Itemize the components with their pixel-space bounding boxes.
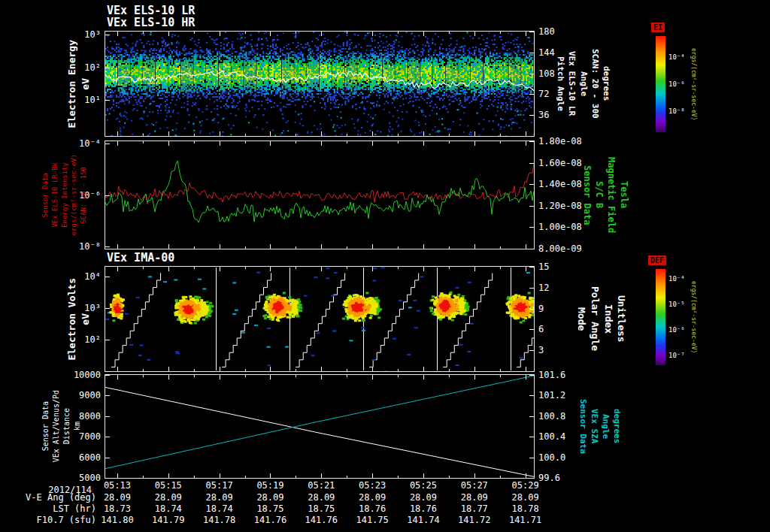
y2-axis-label-line: Magnetic Field: [606, 157, 617, 233]
colorbar-units-text: ergs/(cm²-sr-sec-eV): [690, 48, 697, 120]
colorbar-tick-label: 10⁻⁶: [668, 326, 685, 334]
y2-axis-label: Pitch AngleVEx ELS-10 LRAngleSCAN: 20 - …: [556, 32, 611, 136]
y2-axis-label-line: Mode: [576, 307, 588, 331]
altitude-sza-plot-canvas: [105, 375, 534, 478]
y2-tick-label: 1.60e-08: [538, 158, 582, 168]
footer-row-value: 28.09: [256, 492, 283, 503]
footer-row-value: 18.76: [359, 503, 386, 514]
footer-row-label: LST (hr): [8, 503, 96, 514]
time-tick-label: 05:21: [308, 480, 335, 491]
y2-tick-label: 180: [538, 26, 555, 37]
ima-spectrogram-canvas: [105, 267, 534, 371]
y2-tick-label: 9: [538, 304, 544, 314]
colorbar2-title: DEF: [648, 255, 666, 265]
y2-tick-label: 1.00e-08: [538, 222, 582, 232]
footer-row-label: F10.7 (sfu): [8, 515, 96, 525]
els-spectrogram-canvas: [105, 32, 534, 136]
y2-tick-label: 3: [538, 345, 544, 355]
y2-tick-label: 108: [538, 68, 555, 79]
y-axis-label-line: Energy Intensity: [61, 162, 69, 228]
footer-row-value: 28.09: [155, 492, 182, 503]
time-tick-label: 05:13: [104, 480, 131, 491]
time-tick-label: 05:19: [256, 480, 283, 491]
footer-row-value: 18.75: [256, 503, 283, 514]
y2-axis-label-line: Tesla: [618, 181, 629, 208]
time-tick-label: 05:17: [206, 480, 233, 491]
colorbar-tick-label: 10⁻⁸: [668, 107, 685, 115]
footer-row-value: 18.73: [104, 503, 131, 514]
y2-axis-label: Sensor DataS/C BMagnetic FieldTesla: [584, 141, 627, 249]
colorbar-units-label: ergs/(cm²-sr-sec-eV): [690, 36, 697, 132]
y2-tick-label: 100.0: [538, 452, 565, 463]
footer-row-value: 18.74: [206, 503, 233, 514]
panel-altitude-sza: [105, 374, 535, 479]
y2-tick-label: 101.2: [538, 390, 565, 401]
y-axis-label-line: Sensor Data: [41, 173, 50, 218]
y-axis-label-line: Electron Volts: [66, 278, 78, 361]
footer-row-value: 18.76: [410, 503, 437, 514]
y2-axis-label-line: Polar Angle: [589, 286, 601, 351]
y2-tick-label: 144: [538, 47, 555, 58]
footer-row-label: V-E Ang (deg): [8, 492, 96, 503]
y2-tick-label: 100.4: [538, 431, 565, 442]
y-axis-label-line: Electron Energy: [66, 40, 78, 128]
colorbar-tick-label: 10⁻⁴: [668, 53, 685, 61]
y-axis-label-line: Sensor Data: [41, 401, 50, 451]
y2-axis-label-line: VEx SZA: [590, 409, 599, 443]
time-tick-label: 05:29: [512, 480, 539, 491]
y2-axis-label: ModePolar AngleIndexUnitless: [578, 267, 626, 371]
footer-row-value: 141.80: [101, 515, 133, 525]
y2-tick-label: 36: [538, 110, 549, 120]
footer-row-value: 18.78: [512, 503, 539, 514]
colorbar-tick-label: 10⁻⁴: [668, 275, 685, 283]
y2-tick-label: 99.6: [538, 473, 560, 483]
y2-tick-label: 8.00e-09: [538, 243, 582, 254]
colorbar-tick-label: 10⁻⁷: [668, 352, 685, 359]
footer-row-value: 28.09: [359, 492, 386, 503]
magnetic-field-plot-canvas: [105, 141, 534, 249]
footer-row-value: 28.09: [512, 492, 539, 503]
footer-row-value: 141.79: [152, 515, 184, 525]
footer-row-value: 141.78: [203, 515, 235, 525]
colorbar-units-label: ergs/(cm²-sr-sec-eV): [690, 269, 697, 365]
footer-row-value: 141.76: [305, 515, 338, 525]
colorbar1: [656, 36, 665, 132]
time-tick-label: 05:27: [461, 480, 488, 491]
colorbar-tick-label: 10⁻⁵: [668, 301, 685, 308]
y-axis-label-line: eV: [80, 313, 92, 325]
footer-row-value: 28.09: [104, 492, 131, 503]
y2-axis-label-line: S/C B: [594, 181, 605, 208]
y2-axis-label-line: VEx ELS-10 LR: [567, 51, 577, 116]
panel-magnetic-field: [105, 141, 535, 249]
time-tick-label: 05:15: [155, 480, 182, 491]
panel-els-spectrogram: [105, 31, 535, 137]
y-axis-label-line: VEx Alt/Venus/Pd: [52, 390, 61, 462]
footer-row-value: 141.72: [458, 515, 490, 525]
y2-tick-label: 6: [538, 324, 544, 334]
y2-axis-label-line: degrees: [612, 409, 622, 443]
time-tick-label: 05:25: [410, 480, 437, 491]
time-tick-label: 05:23: [359, 480, 386, 491]
y2-axis-label-line: Sensor Data: [581, 165, 592, 225]
y2-axis-label-line: Sensor Data: [578, 399, 588, 454]
y-axis-label-line: ergs/(cm²-sr-sec-eV): [70, 154, 78, 235]
y2-axis-label-line: Index: [602, 304, 614, 334]
y2-axis-label: Sensor DataVEx SZAAngledegrees: [579, 375, 621, 478]
panel3-title: VEx IMA-00: [107, 251, 174, 264]
footer-row-value: 141.74: [407, 515, 439, 525]
y-axis-label: Sensor DataVEx Alt/Venus/PdDistancekm: [44, 375, 80, 478]
y2-tick-label: 1.80e-08: [538, 136, 582, 147]
footer-row-value: 28.09: [308, 492, 335, 503]
footer-row-value: 28.09: [410, 492, 437, 503]
y2-tick-label: 101.6: [538, 370, 565, 380]
y2-axis-label-line: Unitless: [616, 295, 628, 343]
footer-row-value: 18.74: [155, 503, 182, 514]
y2-tick-label: 12: [538, 283, 549, 293]
y2-axis-label-line: Angle: [601, 414, 611, 439]
plot-page: VEx ELS-10 LR VEx ELS-10 HR VEx IMA-00 E…: [0, 0, 770, 532]
footer-row-value: 28.09: [206, 492, 233, 503]
colorbar2: [656, 269, 665, 365]
footer-row-value: 18.75: [308, 503, 335, 514]
y-axis-label-line: VEx ELS-10 LR-Bk: [51, 162, 59, 228]
y-axis-label-line: Distance: [62, 408, 71, 444]
